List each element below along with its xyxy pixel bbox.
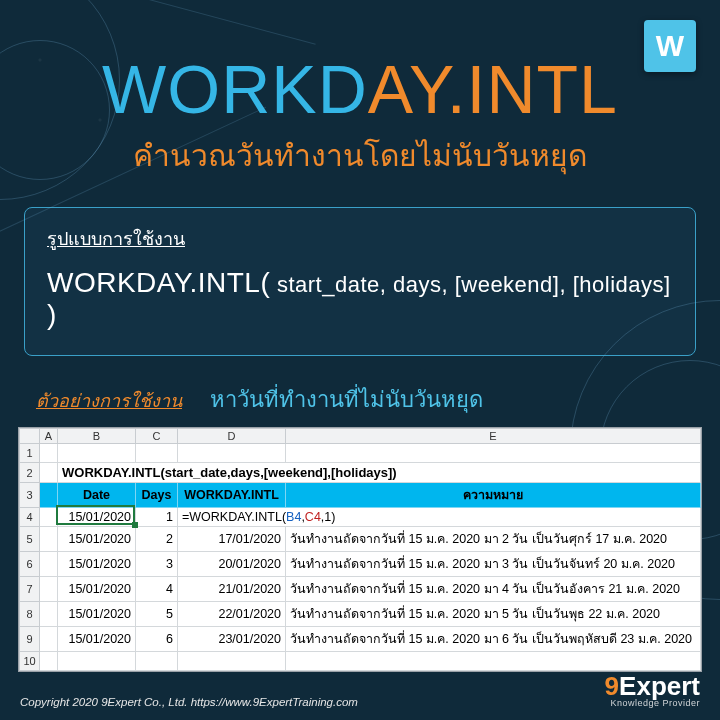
table-row: 7 15/01/2020 4 21/01/2020 วันทำงานถัดจาก… — [20, 577, 701, 602]
cell[interactable] — [178, 444, 286, 463]
brand: 9Expert Knowledge Provider — [605, 673, 700, 708]
table-row: 1 — [20, 444, 701, 463]
syntax-args: start_date, days, [weekend], [holidays] — [270, 272, 670, 297]
syntax-box: รูปแบบการใช้งาน WORKDAY.INTL( start_date… — [24, 207, 696, 356]
col-header[interactable]: B — [58, 429, 136, 444]
spreadsheet: A B C D E 1 2 WORKDAY.INTL(start_date,da… — [18, 427, 702, 672]
cell[interactable] — [136, 444, 178, 463]
cell-days[interactable]: 4 — [136, 577, 178, 602]
table-row: 9 15/01/2020 6 23/01/2020 วันทำงานถัดจาก… — [20, 627, 701, 652]
example-label: ตัวอย่างการใช้งาน — [36, 386, 182, 415]
copyright: Copyright 2020 9Expert Co., Ltd. https:/… — [20, 696, 358, 708]
corner-cell[interactable] — [20, 429, 40, 444]
cell[interactable] — [40, 552, 58, 577]
cell-date[interactable]: 15/01/2020 — [58, 527, 136, 552]
col-header-row: A B C D E — [20, 429, 701, 444]
formula-pre: =WORKDAY.INTL( — [182, 510, 286, 524]
app-badge: W — [644, 20, 696, 72]
cell-formula[interactable]: =WORKDAY.INTL(B4,C4,1) — [178, 508, 701, 527]
col-header[interactable]: A — [40, 429, 58, 444]
table-row: 4 15/01/2020 1 =WORKDAY.INTL(B4,C4,1) — [20, 508, 701, 527]
footer: Copyright 2020 9Expert Co., Ltd. https:/… — [0, 663, 720, 720]
cell[interactable] — [40, 444, 58, 463]
cell-result[interactable]: 17/01/2020 — [178, 527, 286, 552]
spreadsheet-table: A B C D E 1 2 WORKDAY.INTL(start_date,da… — [19, 428, 701, 671]
syntax-close: ) — [47, 299, 57, 330]
row-header[interactable]: 6 — [20, 552, 40, 577]
cell-days[interactable]: 3 — [136, 552, 178, 577]
table-row: 2 WORKDAY.INTL(start_date,days,[weekend]… — [20, 463, 701, 483]
row-header[interactable]: 3 — [20, 483, 40, 508]
cell-result[interactable]: 22/01/2020 — [178, 602, 286, 627]
row-header[interactable]: 7 — [20, 577, 40, 602]
header-row: 3 Date Days WORKDAY.INTL ความหมาย — [20, 483, 701, 508]
cell[interactable] — [40, 463, 58, 483]
cell[interactable] — [40, 602, 58, 627]
cell-date[interactable]: 15/01/2020 — [58, 627, 136, 652]
cell-meaning[interactable]: วันทำงานถัดจากวันที่ 15 ม.ค. 2020 มา 5 ว… — [286, 602, 701, 627]
page-subtitle: คำนวณวันทำงานโดยไม่นับวันหยุด — [0, 132, 720, 179]
cell-result[interactable]: 20/01/2020 — [178, 552, 286, 577]
signature-cell[interactable]: WORKDAY.INTL(start_date,days,[weekend],[… — [58, 463, 701, 483]
row-header[interactable]: 5 — [20, 527, 40, 552]
cell[interactable] — [286, 444, 701, 463]
syntax-text: WORKDAY.INTL( start_date, days, [weekend… — [47, 267, 673, 331]
cell-date[interactable]: 15/01/2020 — [58, 552, 136, 577]
cell[interactable] — [40, 508, 58, 527]
row-header[interactable]: 2 — [20, 463, 40, 483]
cell-meaning[interactable]: วันทำงานถัดจากวันที่ 15 ม.ค. 2020 มา 3 ว… — [286, 552, 701, 577]
row-header[interactable]: 1 — [20, 444, 40, 463]
header-days[interactable]: Days — [136, 483, 178, 508]
row-header[interactable]: 4 — [20, 508, 40, 527]
cell-date[interactable]: 15/01/2020 — [58, 602, 136, 627]
table-row: 8 15/01/2020 5 22/01/2020 วันทำงานถัดจาก… — [20, 602, 701, 627]
title-part2: AY.INTL — [368, 51, 618, 127]
table-row: 6 15/01/2020 3 20/01/2020 วันทำงานถัดจาก… — [20, 552, 701, 577]
cell-meaning[interactable]: วันทำงานถัดจากวันที่ 15 ม.ค. 2020 มา 4 ว… — [286, 577, 701, 602]
brand-nine: 9 — [605, 671, 619, 701]
fill-handle[interactable] — [132, 522, 138, 528]
row-header[interactable]: 9 — [20, 627, 40, 652]
cell[interactable] — [40, 527, 58, 552]
cell-date[interactable]: 15/01/2020 — [58, 508, 136, 527]
cell[interactable] — [58, 444, 136, 463]
cell-meaning[interactable]: วันทำงานถัดจากวันที่ 15 ม.ค. 2020 มา 2 ว… — [286, 527, 701, 552]
col-header[interactable]: C — [136, 429, 178, 444]
example-desc: หาวันที่ทำงานที่ไม่นับวันหยุด — [210, 382, 483, 417]
cell-days[interactable]: 6 — [136, 627, 178, 652]
cell-result[interactable]: 21/01/2020 — [178, 577, 286, 602]
brand-rest: Expert — [619, 671, 700, 701]
cell-date[interactable]: 15/01/2020 — [58, 577, 136, 602]
syntax-label: รูปแบบการใช้งาน — [47, 224, 185, 253]
cell-days[interactable]: 1 — [136, 508, 178, 527]
cell[interactable] — [40, 627, 58, 652]
table-row: 5 15/01/2020 2 17/01/2020 วันทำงานถัดจาก… — [20, 527, 701, 552]
cell-days[interactable]: 5 — [136, 602, 178, 627]
cell[interactable] — [40, 483, 58, 508]
syntax-fn: WORKDAY.INTL( — [47, 267, 270, 298]
header-fn[interactable]: WORKDAY.INTL — [178, 483, 286, 508]
title-part1: WORKD — [102, 51, 368, 127]
row-header[interactable]: 8 — [20, 602, 40, 627]
cell-days[interactable]: 2 — [136, 527, 178, 552]
formula-ref1: B4 — [286, 510, 301, 524]
cell[interactable] — [40, 577, 58, 602]
formula-ref2: C4 — [305, 510, 321, 524]
formula-post: ,1) — [321, 510, 336, 524]
header-meaning[interactable]: ความหมาย — [286, 483, 701, 508]
brand-sub: Knowledge Provider — [605, 699, 700, 708]
header-date[interactable]: Date — [58, 483, 136, 508]
cell-meaning[interactable]: วันทำงานถัดจากวันที่ 15 ม.ค. 2020 มา 6 ว… — [286, 627, 701, 652]
col-header[interactable]: E — [286, 429, 701, 444]
cell-result[interactable]: 23/01/2020 — [178, 627, 286, 652]
col-header[interactable]: D — [178, 429, 286, 444]
